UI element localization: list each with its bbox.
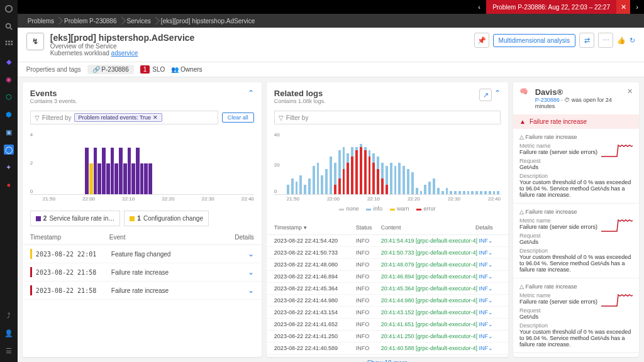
workload-link[interactable]: adservice: [111, 50, 138, 57]
problem-id-chip[interactable]: 🔗 P-230886: [87, 65, 134, 74]
events-card: Events Contains 3 events. ⌃ ▽Filtered by…: [23, 82, 262, 357]
breadcrumb-item[interactable]: Services: [122, 18, 156, 25]
svg-line-2: [10, 28, 13, 30]
slo-chip[interactable]: 1SLO: [140, 65, 165, 74]
davis-alert: ▲ Failure rate increase: [513, 114, 639, 129]
breadcrumb-item[interactable]: Problems: [23, 18, 59, 25]
remove-chip-icon[interactable]: ✕: [153, 114, 158, 121]
page-header: ↯ [eks][prod] hipstershop.AdService Over…: [18, 28, 644, 62]
multidim-analysis-button[interactable]: Multidimensional analysis: [493, 34, 575, 47]
davis-icon: 🧠: [519, 87, 531, 100]
log-row[interactable]: 2023-08-22 22:41:46.894INFO20:41:46.894 …: [267, 271, 508, 283]
davis-card: 🧠 Davis® P-230886 · ⏱ was open for 24 mi…: [513, 82, 639, 357]
log-row[interactable]: 2023-08-22 22:41:44.980INFO20:41:44.980 …: [267, 295, 508, 307]
breadcrumb-item[interactable]: Problem P-230886: [59, 18, 121, 25]
topbar: ‹ Problem P-230886: Aug 22, 22:03 – 22:2…: [18, 0, 644, 14]
events-filter-input[interactable]: ▽Filtered by Problem related events: Tru…: [30, 111, 218, 124]
legend-item[interactable]: 1 Configuration change: [124, 211, 209, 226]
owners-link[interactable]: 👥 Owners: [171, 66, 202, 73]
open-logs-button[interactable]: ↗: [479, 89, 492, 101]
next-problem-button[interactable]: ›: [630, 0, 644, 14]
log-row[interactable]: 2023-08-22 22:41:50.733INFO20:41:50.733 …: [267, 247, 508, 259]
davis-section: △ Failure rate increaseMetric nameFailur…: [513, 129, 639, 204]
davis-section: △ Failure rate increaseMetric nameFailur…: [513, 353, 639, 357]
logs-chart: 40200: [274, 132, 501, 195]
meta-bar: Properties and tags 🔗 P-230886 1SLO 👥 Ow…: [18, 62, 644, 77]
nav-icon-4[interactable]: ⬢: [4, 109, 14, 119]
collapse-events-button[interactable]: ⌃: [248, 89, 254, 97]
close-davis-button[interactable]: ✕: [627, 87, 633, 96]
pin-button[interactable]: 📌: [474, 33, 489, 48]
davis-section: △ Failure rate increaseMetric nameFailur…: [513, 204, 639, 278]
thumbs-up-button[interactable]: 👍: [617, 36, 626, 45]
show-more-button[interactable]: Show 10 more: [267, 354, 508, 362]
svg-rect-7: [8, 43, 10, 45]
log-row[interactable]: 2023-08-22 22:41:41.250INFO20:41:41.250 …: [267, 331, 508, 343]
svg-point-1: [6, 24, 11, 28]
log-row[interactable]: 2023-08-22 22:41:54.420INFO20:41:54.419 …: [267, 235, 508, 247]
svg-rect-4: [8, 41, 10, 43]
logs-title: Related logs: [274, 89, 326, 98]
davis-title: Davis®: [535, 87, 627, 97]
more-button[interactable]: ⋯: [598, 33, 613, 48]
event-row[interactable]: 2023-08-22 22:01Feature flag changed⌄: [23, 245, 262, 263]
svg-rect-5: [11, 41, 13, 43]
left-iconbar: ◆ ◉ ⬡ ⬢ ▣ ◯ ✦ ● ⤴ 👤 ☰: [0, 0, 18, 362]
nav-icon-2[interactable]: ◉: [4, 74, 14, 84]
svg-rect-3: [6, 41, 8, 43]
nav-icon-5[interactable]: ▣: [4, 127, 14, 137]
problem-banner[interactable]: Problem P-230886: Aug 22, 22:03 – 22:27: [486, 0, 616, 14]
properties-tags-link[interactable]: Properties and tags: [26, 66, 81, 73]
log-row[interactable]: 2023-08-22 22:41:48.080INFO20:41:48.079 …: [267, 259, 508, 271]
logo-icon[interactable]: [4, 4, 14, 14]
event-row[interactable]: 2023-08-22 21:58Failure rate increase⌄: [23, 282, 262, 300]
compare-button[interactable]: ⇄: [579, 33, 594, 48]
refresh-button[interactable]: ↻: [630, 36, 635, 45]
event-row[interactable]: 2023-08-22 21:58Failure rate increase⌄: [23, 263, 262, 282]
nav-icon-3[interactable]: ⬡: [4, 92, 14, 102]
svg-rect-6: [6, 43, 8, 45]
log-row[interactable]: 2023-08-22 22:41:43.154INFO20:41:43.152 …: [267, 307, 508, 319]
nav-icon-6[interactable]: ✦: [4, 162, 14, 172]
logs-card: Related logs Contains 1.08k logs. ↗ ⌃ ▽F…: [267, 82, 508, 357]
breadcrumb: ProblemsProblem P-230886Services[eks][pr…: [18, 14, 644, 28]
collapse-logs-button[interactable]: ⌃: [494, 89, 501, 101]
filter-chip[interactable]: Problem related events: True ✕: [74, 113, 163, 122]
share-icon[interactable]: ⤴: [4, 310, 14, 321]
events-chart: 420: [30, 132, 254, 195]
clear-all-button[interactable]: Clear all: [222, 112, 254, 123]
prev-problem-button[interactable]: ‹: [472, 0, 486, 14]
svg-point-0: [6, 6, 13, 13]
legend-item[interactable]: 2 Service failure rate in…: [30, 211, 121, 226]
nav-icon-active[interactable]: ◯: [4, 145, 14, 155]
settings-icon[interactable]: ☰: [4, 346, 14, 356]
search-icon[interactable]: [4, 21, 14, 31]
log-row[interactable]: 2023-08-22 22:41:45.364INFO20:41:45.364 …: [267, 283, 508, 295]
breadcrumb-item[interactable]: [eks][prod] hipstershop.AdService: [156, 18, 260, 25]
log-row[interactable]: 2023-08-22 22:41:40.589INFO20:41:40.588 …: [267, 343, 508, 354]
user-icon[interactable]: 👤: [4, 328, 14, 338]
page-title: [eks][prod] hipstershop.AdService: [50, 33, 195, 43]
davis-section: △ Failure rate increaseMetric nameFailur…: [513, 278, 639, 353]
svg-rect-8: [11, 43, 13, 45]
events-title: Events: [30, 89, 77, 98]
apps-icon[interactable]: [4, 39, 14, 49]
logs-filter-input[interactable]: ▽Filter by: [274, 111, 501, 124]
nav-icon-1[interactable]: ◆: [4, 57, 14, 67]
nav-icon-7[interactable]: ●: [4, 180, 14, 190]
page-subtitle: Overview of the Service: [50, 43, 195, 50]
log-row[interactable]: 2023-08-22 22:41:41.652INFO20:41:41.651 …: [267, 319, 508, 331]
service-icon: ↯: [26, 33, 44, 50]
close-banner-button[interactable]: ✕: [616, 0, 630, 14]
